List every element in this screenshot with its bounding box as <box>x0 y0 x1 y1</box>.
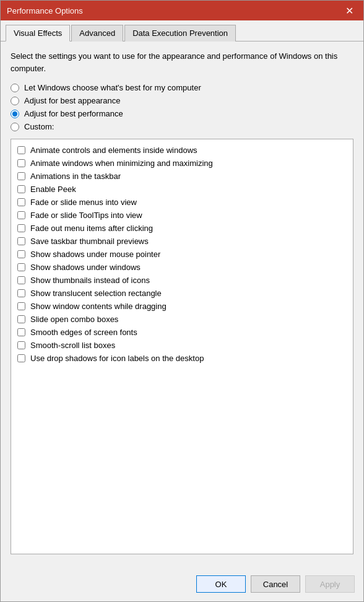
radio-best-performance[interactable]: Adjust for best performance <box>11 109 353 118</box>
cancel-button[interactable]: Cancel <box>251 575 300 593</box>
checkbox-input-translucent-selection[interactable] <box>17 289 25 297</box>
checkbox-list: Animate controls and elements inside win… <box>11 139 353 554</box>
checkbox-label-shadows-mouse: Show shadows under mouse pointer <box>30 250 160 259</box>
radio-windows-best[interactable]: Let Windows choose what's best for my co… <box>11 83 353 92</box>
radio-custom[interactable]: Custom: <box>11 122 353 131</box>
checkbox-label-animations-taskbar: Animations in the taskbar <box>30 172 121 181</box>
checkbox-item-shadows-windows[interactable]: Show shadows under windows <box>15 261 349 273</box>
checkbox-label-smooth-edges: Smooth edges of screen fonts <box>30 328 137 337</box>
checkbox-label-show-thumbnails: Show thumbnails instead of icons <box>30 276 150 285</box>
checkbox-item-fade-slide-tooltips[interactable]: Fade or slide ToolTips into view <box>15 209 349 221</box>
checkbox-item-animate-windows[interactable]: Animate windows when minimizing and maxi… <box>15 157 349 169</box>
checkbox-item-animations-taskbar[interactable]: Animations in the taskbar <box>15 170 349 182</box>
checkbox-label-fade-slide-menus: Fade or slide menus into view <box>30 198 137 207</box>
checkbox-item-smooth-scroll[interactable]: Smooth-scroll list boxes <box>15 339 349 351</box>
checkbox-input-shadows-mouse[interactable] <box>17 250 25 258</box>
tab-dep[interactable]: Data Execution Prevention <box>124 25 236 41</box>
checkbox-label-fade-menu-items: Fade out menu items after clicking <box>30 224 153 233</box>
button-bar: OK Cancel Apply <box>1 569 363 601</box>
checkbox-input-animate-windows[interactable] <box>17 159 25 167</box>
checkbox-item-window-contents-dragging[interactable]: Show window contents while dragging <box>15 300 349 312</box>
title-bar: Performance Options ✕ <box>1 1 363 20</box>
checkbox-input-smooth-scroll[interactable] <box>17 341 25 349</box>
checkbox-label-drop-shadows-icons: Use drop shadows for icon labels on the … <box>30 354 204 363</box>
checkbox-item-enable-peek[interactable]: Enable Peek <box>15 183 349 195</box>
tab-advanced[interactable]: Advanced <box>71 25 123 41</box>
description-text: Select the settings you want to use for … <box>11 50 353 74</box>
checkbox-input-show-thumbnails[interactable] <box>17 276 25 284</box>
radio-best-appearance[interactable]: Adjust for best appearance <box>11 96 353 105</box>
close-button[interactable]: ✕ <box>341 2 357 19</box>
checkbox-label-shadows-windows: Show shadows under windows <box>30 263 141 272</box>
window-title: Performance Options <box>7 6 83 15</box>
main-content: Select the settings you want to use for … <box>1 41 363 569</box>
checkbox-input-fade-slide-tooltips[interactable] <box>17 211 25 219</box>
checkbox-label-smooth-scroll: Smooth-scroll list boxes <box>30 341 115 350</box>
checkbox-input-shadows-windows[interactable] <box>17 263 25 271</box>
radio-best-performance-input[interactable] <box>11 110 19 118</box>
checkbox-input-smooth-edges[interactable] <box>17 328 25 336</box>
radio-custom-input[interactable] <box>11 123 19 131</box>
checkbox-input-save-thumbnail[interactable] <box>17 237 25 245</box>
checkbox-label-window-contents-dragging: Show window contents while dragging <box>30 302 167 311</box>
checkbox-item-slide-combo-boxes[interactable]: Slide open combo boxes <box>15 313 349 325</box>
checkbox-input-window-contents-dragging[interactable] <box>17 302 25 310</box>
checkbox-item-translucent-selection[interactable]: Show translucent selection rectangle <box>15 287 349 299</box>
checkbox-item-fade-slide-menus[interactable]: Fade or slide menus into view <box>15 196 349 208</box>
checkbox-label-animate-windows: Animate windows when minimizing and maxi… <box>30 159 213 168</box>
checkbox-input-slide-combo-boxes[interactable] <box>17 315 25 323</box>
checkbox-item-show-thumbnails[interactable]: Show thumbnails instead of icons <box>15 274 349 286</box>
checkbox-item-smooth-edges[interactable]: Smooth edges of screen fonts <box>15 326 349 338</box>
apply-button[interactable]: Apply <box>305 575 355 593</box>
checkbox-input-animate-controls[interactable] <box>17 146 25 154</box>
checkbox-input-fade-menu-items[interactable] <box>17 224 25 232</box>
checkbox-input-drop-shadows-icons[interactable] <box>17 354 25 362</box>
performance-options-window: Performance Options ✕ Visual Effects Adv… <box>0 0 364 602</box>
ok-button[interactable]: OK <box>196 575 246 593</box>
radio-windows-best-input[interactable] <box>11 84 19 92</box>
checkbox-item-save-thumbnail[interactable]: Save taskbar thumbnail previews <box>15 235 349 247</box>
checkbox-item-fade-menu-items[interactable]: Fade out menu items after clicking <box>15 222 349 234</box>
checkbox-input-animations-taskbar[interactable] <box>17 172 25 180</box>
checkbox-label-enable-peek: Enable Peek <box>30 185 76 194</box>
checkbox-item-drop-shadows-icons[interactable]: Use drop shadows for icon labels on the … <box>15 352 349 364</box>
radio-group: Let Windows choose what's best for my co… <box>11 83 353 131</box>
checkbox-label-save-thumbnail: Save taskbar thumbnail previews <box>30 237 149 246</box>
checkbox-label-animate-controls: Animate controls and elements inside win… <box>30 146 197 155</box>
checkbox-label-translucent-selection: Show translucent selection rectangle <box>30 289 162 298</box>
checkbox-input-fade-slide-menus[interactable] <box>17 198 25 206</box>
tab-visual-effects[interactable]: Visual Effects <box>6 25 70 41</box>
checkbox-label-fade-slide-tooltips: Fade or slide ToolTips into view <box>30 211 142 220</box>
radio-best-appearance-input[interactable] <box>11 97 19 105</box>
checkbox-item-animate-controls[interactable]: Animate controls and elements inside win… <box>15 144 349 156</box>
checkbox-input-enable-peek[interactable] <box>17 185 25 193</box>
checkbox-label-slide-combo-boxes: Slide open combo boxes <box>30 315 118 324</box>
checkbox-item-shadows-mouse[interactable]: Show shadows under mouse pointer <box>15 248 349 260</box>
tab-bar: Visual Effects Advanced Data Execution P… <box>1 20 363 41</box>
